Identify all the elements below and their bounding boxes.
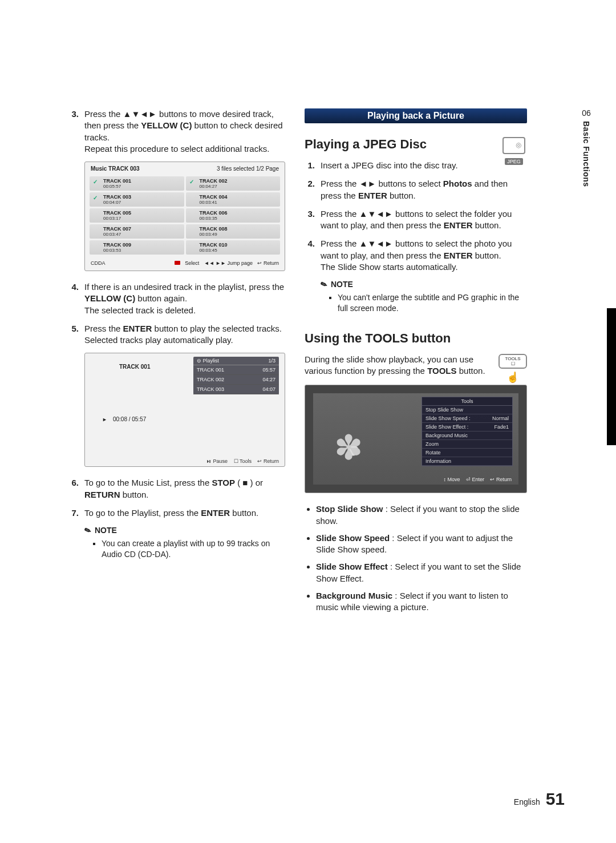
bold: Photos	[443, 179, 472, 188]
bold: RETURN	[84, 490, 120, 499]
section-label: Basic Functions	[582, 121, 591, 187]
step-num: 2.	[305, 178, 315, 201]
step-5: 5. Press the ENTER button to play the se…	[68, 323, 285, 346]
text: button.	[473, 251, 501, 260]
note-heading: NOTE	[84, 526, 285, 535]
bold: STOP	[212, 478, 235, 487]
text: button.	[387, 191, 416, 200]
playlist-screenshot: TRACK 001 00:08 / 05:57 ⊖ Playlist1/3 TR…	[84, 353, 285, 467]
hand-icon: ☝	[499, 371, 527, 384]
step-num: 7.	[68, 507, 79, 519]
r-step-1: 1. Insert a JPEG disc into the disc tray…	[305, 160, 496, 171]
ss-title-right: 3 files selected 1/2 Page	[217, 166, 279, 172]
text: button again.	[135, 293, 187, 303]
jpeg-label: JPEG	[505, 158, 523, 165]
text: button.	[120, 490, 149, 499]
tools-menu-title: Tools	[422, 397, 512, 406]
step-3: 3. Press the ▲▼◄► buttons to move desire…	[68, 108, 285, 155]
step-num: 3.	[68, 108, 79, 155]
tools-menu: Tools Stop Slide ShowSlide Show Speed :N…	[422, 397, 513, 466]
heading-tools: Using the TOOLS button	[305, 331, 527, 346]
track-duration: 00:03:53	[103, 248, 181, 253]
note-list: You can't enlarge the subtitle and PG gr…	[338, 292, 527, 314]
tools-button-icon: TOOLS☐	[499, 354, 527, 369]
note-icon	[84, 526, 91, 535]
text: Selected tracks play automatically play.	[84, 335, 233, 345]
playlist-panel: ⊖ Playlist1/3 TRACK 00105:57TRACK 00204:…	[193, 357, 279, 394]
note-heading: NOTE	[321, 280, 527, 289]
text: button to play the selected tracks.	[152, 324, 282, 333]
text: Repeat this procedure to select addition…	[84, 144, 269, 154]
track-cell: ✓TRACK 00200:04:27	[186, 176, 281, 191]
tools-row: Background Music	[422, 431, 512, 440]
ss-bot-return: ↩ Return	[490, 477, 512, 482]
tools-intro: During the slide show playback, you can …	[305, 354, 527, 377]
note-item: You can create a playlist with up to 99 …	[102, 538, 285, 560]
r-step-4: 4. Press the ▲▼◄► buttons to select the …	[305, 238, 527, 273]
track-duration: 00:03:41	[200, 200, 277, 205]
playback-time: 00:08 / 05:57	[113, 416, 146, 422]
jpeg-badge: JPEG	[501, 137, 527, 166]
track-cell: TRACK 01000:03:45	[186, 240, 281, 255]
tools-row: Stop Slide Show	[422, 406, 512, 414]
track-duration: 00:04:27	[200, 184, 277, 189]
heading-jpeg-disc: Playing a JPEG Disc	[305, 137, 527, 152]
track-name: TRACK 008	[200, 226, 277, 232]
track-name: TRACK 007	[103, 226, 181, 232]
text: button.	[230, 508, 258, 518]
track-duration: 00:03:45	[200, 248, 277, 253]
track-name: TRACK 002	[200, 178, 277, 184]
text: button.	[473, 220, 501, 230]
camera-icon	[502, 137, 525, 154]
text: Insert a JPEG disc into the disc tray.	[321, 160, 496, 171]
right-column: Playing back a Picture JPEG Playing a JP…	[305, 108, 527, 619]
track-name: TRACK 006	[200, 210, 277, 216]
bold: YELLOW (C)	[141, 120, 192, 130]
track-cell: TRACK 00600:03:35	[186, 208, 281, 223]
bullet-item: Background Music : Select if you want to…	[316, 590, 527, 614]
track-duration: 00:03:35	[200, 216, 277, 221]
text: Press the ◄► buttons to select	[321, 179, 443, 188]
track-name: TRACK 010	[200, 242, 277, 248]
track-duration: 00:03:49	[200, 232, 277, 237]
ss-bot-return: ↩ Return	[257, 260, 279, 266]
ss-bot-enter: ⏎ Enter	[466, 477, 484, 482]
bullet-item: Slide Show Effect : Select if you want t…	[316, 561, 527, 584]
track-cell: TRACK 00500:03:17	[90, 208, 184, 223]
tools-row: Information	[422, 457, 512, 466]
tools-row: Rotate	[422, 449, 512, 457]
track-cell: TRACK 00700:03:47	[90, 224, 184, 239]
tools-row: Slide Show Effect :Fade1	[422, 423, 512, 431]
section-bar: Playing back a Picture	[305, 108, 527, 123]
bullet-item: Slide Show Speed : Select if you want to…	[316, 533, 527, 556]
step-num: 1.	[305, 160, 315, 171]
track-name: TRACK 001	[103, 178, 181, 184]
track-cell: TRACK 00900:03:53	[90, 240, 184, 255]
note-item: You can't enlarge the subtitle and PG gr…	[338, 292, 527, 314]
text: The Slide Show starts automatically.	[321, 262, 458, 272]
bold: ENTER	[358, 191, 387, 200]
music-list-screenshot: Music TRACK 003 3 files selected 1/2 Pag…	[84, 162, 285, 271]
bold: ENTER	[201, 508, 230, 518]
track-name: TRACK 003	[103, 194, 181, 200]
track-cell: ✓TRACK 00300:04:07	[90, 192, 184, 207]
text: If there is an undesired track in the pl…	[84, 282, 284, 292]
check-icon: ✓	[93, 195, 98, 201]
ss-bot-left: CDDA	[91, 260, 106, 266]
ss-bot-jump: ◄◄ ►► Jump page	[204, 260, 253, 266]
tools-badge: TOOLS☐ ☝	[499, 354, 527, 384]
flower-image	[336, 433, 370, 467]
r-step-3: 3. Press the ▲▼◄► buttons to select the …	[305, 208, 527, 232]
step-num: 4.	[68, 281, 79, 316]
text: The selected track is deleted.	[84, 305, 196, 315]
playlist-row: TRACK 00304:07	[193, 385, 279, 394]
ss-bot-tools: ☐ Tools	[234, 458, 252, 464]
check-icon: ✓	[93, 179, 98, 185]
r-step-2: 2. Press the ◄► buttons to select Photos…	[305, 178, 527, 201]
text: To go to the Music List, press the	[84, 478, 212, 487]
bold: ENTER	[444, 220, 473, 230]
left-column: 3. Press the ▲▼◄► buttons to move desire…	[68, 108, 285, 619]
page-number: 51	[546, 789, 565, 808]
track-duration: 00:04:07	[103, 200, 181, 205]
side-thumb-tab	[607, 308, 616, 445]
